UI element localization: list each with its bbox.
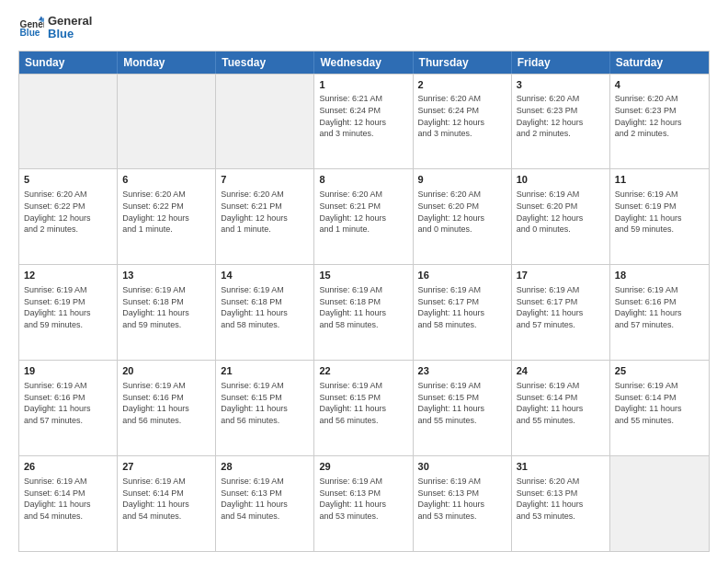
day-cell-29: 29Sunrise: 6:19 AM Sunset: 6:13 PM Dayli…: [314, 456, 413, 551]
day-info: Sunrise: 6:21 AM Sunset: 6:24 PM Dayligh…: [319, 93, 407, 139]
day-cell-1: 1Sunrise: 6:21 AM Sunset: 6:24 PM Daylig…: [314, 75, 413, 169]
calendar-body: 1Sunrise: 6:21 AM Sunset: 6:24 PM Daylig…: [19, 74, 709, 551]
day-number: 10: [517, 173, 605, 187]
day-number: 5: [24, 173, 112, 187]
day-cell-17: 17Sunrise: 6:19 AM Sunset: 6:17 PM Dayli…: [512, 265, 610, 360]
day-cell-5: 5Sunrise: 6:20 AM Sunset: 6:22 PM Daylig…: [19, 169, 118, 264]
day-cell-21: 21Sunrise: 6:19 AM Sunset: 6:15 PM Dayli…: [216, 361, 314, 455]
day-cell-14: 14Sunrise: 6:19 AM Sunset: 6:18 PM Dayli…: [216, 265, 314, 360]
day-info: Sunrise: 6:19 AM Sunset: 6:16 PM Dayligh…: [24, 380, 112, 426]
calendar-row-5: 26Sunrise: 6:19 AM Sunset: 6:14 PM Dayli…: [19, 455, 709, 551]
day-info: Sunrise: 6:20 AM Sunset: 6:20 PM Dayligh…: [418, 189, 506, 235]
header-day-saturday: Saturday: [610, 52, 709, 74]
day-number: 9: [418, 173, 506, 187]
day-number: 4: [615, 78, 704, 92]
day-number: 23: [418, 364, 506, 378]
day-info: Sunrise: 6:19 AM Sunset: 6:18 PM Dayligh…: [319, 284, 407, 330]
day-info: Sunrise: 6:19 AM Sunset: 6:13 PM Dayligh…: [221, 476, 309, 522]
empty-cell: [118, 75, 216, 169]
day-cell-16: 16Sunrise: 6:19 AM Sunset: 6:17 PM Dayli…: [414, 265, 512, 360]
day-info: Sunrise: 6:19 AM Sunset: 6:20 PM Dayligh…: [517, 189, 605, 235]
day-info: Sunrise: 6:20 AM Sunset: 6:22 PM Dayligh…: [24, 189, 112, 235]
day-number: 25: [615, 364, 704, 378]
day-info: Sunrise: 6:19 AM Sunset: 6:14 PM Dayligh…: [24, 476, 112, 522]
day-number: 6: [122, 173, 210, 187]
day-number: 17: [517, 269, 605, 282]
day-cell-26: 26Sunrise: 6:19 AM Sunset: 6:14 PM Dayli…: [19, 456, 118, 551]
day-number: 29: [319, 460, 407, 474]
day-cell-19: 19Sunrise: 6:19 AM Sunset: 6:16 PM Dayli…: [19, 361, 118, 455]
day-info: Sunrise: 6:19 AM Sunset: 6:16 PM Dayligh…: [122, 380, 210, 426]
day-number: 19: [24, 364, 112, 378]
day-info: Sunrise: 6:19 AM Sunset: 6:13 PM Dayligh…: [418, 476, 506, 522]
day-cell-15: 15Sunrise: 6:19 AM Sunset: 6:18 PM Dayli…: [314, 265, 413, 360]
header-day-tuesday: Tuesday: [216, 52, 314, 74]
day-info: Sunrise: 6:19 AM Sunset: 6:14 PM Dayligh…: [615, 380, 704, 426]
day-number: 12: [24, 269, 112, 282]
day-cell-24: 24Sunrise: 6:19 AM Sunset: 6:14 PM Dayli…: [512, 361, 610, 455]
day-cell-2: 2Sunrise: 6:20 AM Sunset: 6:24 PM Daylig…: [414, 75, 512, 169]
calendar-row-3: 12Sunrise: 6:19 AM Sunset: 6:19 PM Dayli…: [19, 264, 709, 360]
calendar-row-4: 19Sunrise: 6:19 AM Sunset: 6:16 PM Dayli…: [19, 360, 709, 455]
day-number: 8: [319, 173, 407, 187]
day-info: Sunrise: 6:19 AM Sunset: 6:19 PM Dayligh…: [615, 189, 704, 235]
day-info: Sunrise: 6:19 AM Sunset: 6:19 PM Dayligh…: [24, 284, 112, 330]
day-info: Sunrise: 6:19 AM Sunset: 6:18 PM Dayligh…: [122, 284, 210, 330]
day-number: 7: [221, 173, 309, 187]
day-cell-9: 9Sunrise: 6:20 AM Sunset: 6:20 PM Daylig…: [414, 169, 512, 264]
empty-cell: [19, 75, 118, 169]
day-number: 11: [615, 173, 704, 187]
day-info: Sunrise: 6:20 AM Sunset: 6:21 PM Dayligh…: [221, 189, 309, 235]
day-cell-18: 18Sunrise: 6:19 AM Sunset: 6:16 PM Dayli…: [610, 265, 709, 360]
logo-general: General: [48, 15, 92, 28]
day-number: 21: [221, 364, 309, 378]
empty-cell: [216, 75, 314, 169]
header-day-monday: Monday: [118, 52, 216, 74]
day-number: 14: [221, 269, 309, 282]
calendar-header: SundayMondayTuesdayWednesdayThursdayFrid…: [19, 52, 709, 74]
day-cell-3: 3Sunrise: 6:20 AM Sunset: 6:23 PM Daylig…: [512, 75, 610, 169]
day-info: Sunrise: 6:20 AM Sunset: 6:13 PM Dayligh…: [517, 476, 605, 522]
day-number: 18: [615, 269, 704, 282]
day-cell-13: 13Sunrise: 6:19 AM Sunset: 6:18 PM Dayli…: [118, 265, 216, 360]
calendar: SundayMondayTuesdayWednesdayThursdayFrid…: [18, 51, 710, 552]
day-cell-22: 22Sunrise: 6:19 AM Sunset: 6:15 PM Dayli…: [314, 361, 413, 455]
day-cell-10: 10Sunrise: 6:19 AM Sunset: 6:20 PM Dayli…: [512, 169, 610, 264]
day-cell-12: 12Sunrise: 6:19 AM Sunset: 6:19 PM Dayli…: [19, 265, 118, 360]
day-info: Sunrise: 6:19 AM Sunset: 6:15 PM Dayligh…: [418, 380, 506, 426]
logo-icon: General Blue: [18, 15, 44, 40]
day-info: Sunrise: 6:19 AM Sunset: 6:17 PM Dayligh…: [418, 284, 506, 330]
day-number: 20: [122, 364, 210, 378]
day-cell-11: 11Sunrise: 6:19 AM Sunset: 6:19 PM Dayli…: [610, 169, 709, 264]
day-cell-20: 20Sunrise: 6:19 AM Sunset: 6:16 PM Dayli…: [118, 361, 216, 455]
header-day-thursday: Thursday: [414, 52, 512, 74]
header-day-friday: Friday: [512, 52, 610, 74]
day-number: 2: [418, 78, 506, 92]
day-info: Sunrise: 6:19 AM Sunset: 6:18 PM Dayligh…: [221, 284, 309, 330]
day-cell-27: 27Sunrise: 6:19 AM Sunset: 6:14 PM Dayli…: [118, 456, 216, 551]
day-cell-8: 8Sunrise: 6:20 AM Sunset: 6:21 PM Daylig…: [314, 169, 413, 264]
calendar-row-1: 1Sunrise: 6:21 AM Sunset: 6:24 PM Daylig…: [19, 74, 709, 169]
day-info: Sunrise: 6:20 AM Sunset: 6:22 PM Dayligh…: [122, 189, 210, 235]
day-info: Sunrise: 6:20 AM Sunset: 6:23 PM Dayligh…: [517, 93, 605, 139]
day-number: 30: [418, 460, 506, 474]
day-number: 24: [517, 364, 605, 378]
day-info: Sunrise: 6:19 AM Sunset: 6:15 PM Dayligh…: [221, 380, 309, 426]
day-info: Sunrise: 6:19 AM Sunset: 6:14 PM Dayligh…: [122, 476, 210, 522]
svg-text:Blue: Blue: [20, 29, 40, 39]
day-cell-4: 4Sunrise: 6:20 AM Sunset: 6:23 PM Daylig…: [610, 75, 709, 169]
header-day-sunday: Sunday: [19, 52, 118, 74]
logo-blue: Blue: [48, 28, 92, 40]
header-day-wednesday: Wednesday: [314, 52, 413, 74]
day-number: 28: [221, 460, 309, 474]
day-number: 31: [517, 460, 605, 474]
day-number: 3: [517, 78, 605, 92]
day-info: Sunrise: 6:19 AM Sunset: 6:14 PM Dayligh…: [517, 380, 605, 426]
day-number: 26: [24, 460, 112, 474]
day-cell-6: 6Sunrise: 6:20 AM Sunset: 6:22 PM Daylig…: [118, 169, 216, 264]
page-header: General Blue General Blue: [18, 15, 710, 41]
day-number: 22: [319, 364, 407, 378]
day-info: Sunrise: 6:19 AM Sunset: 6:15 PM Dayligh…: [319, 380, 407, 426]
empty-cell: [610, 456, 709, 551]
day-cell-31: 31Sunrise: 6:20 AM Sunset: 6:13 PM Dayli…: [512, 456, 610, 551]
